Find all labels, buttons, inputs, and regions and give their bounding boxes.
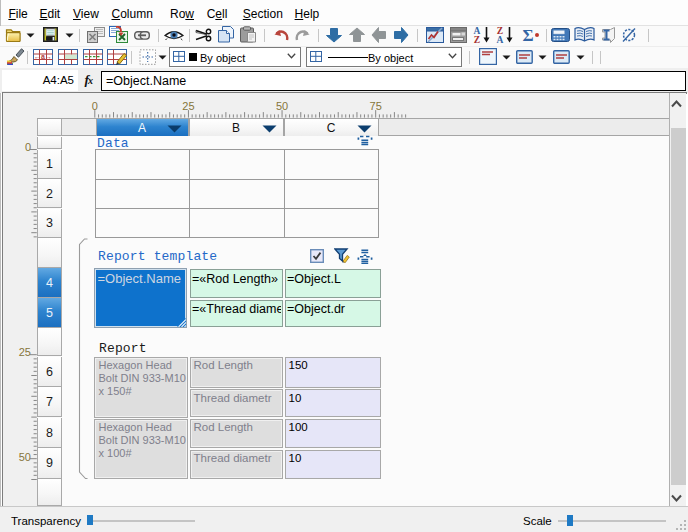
svg-text:0: 0 [25,141,31,153]
svg-text:25: 25 [19,346,31,358]
svg-text:50: 50 [19,451,31,463]
